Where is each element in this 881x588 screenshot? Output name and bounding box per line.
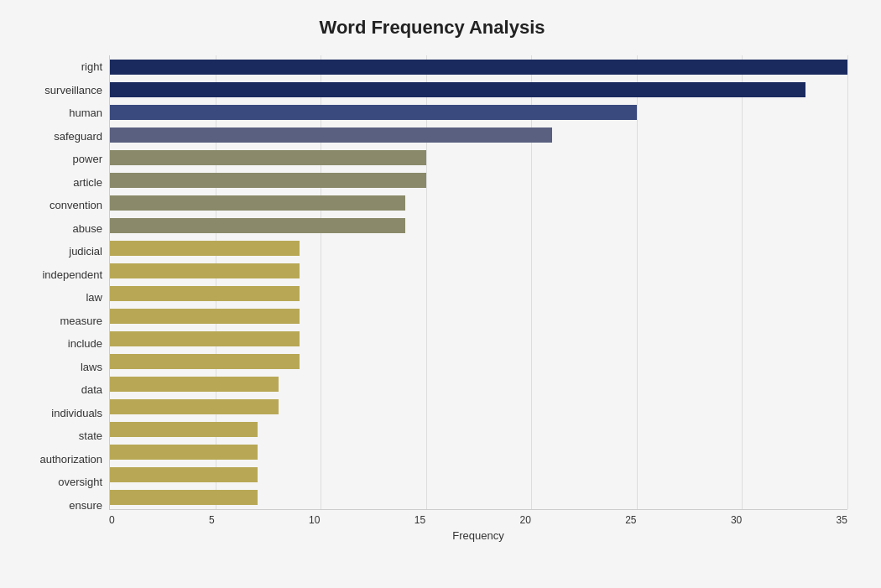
bar — [110, 263, 300, 278]
y-label: safeguard — [17, 131, 109, 142]
x-tick: 0 — [109, 514, 115, 526]
grid-line — [216, 55, 216, 509]
x-axis: 05101520253035 — [109, 510, 847, 526]
y-label: right — [17, 61, 109, 72]
bar-row — [110, 443, 847, 461]
plot-area: 05101520253035 Frequency — [109, 55, 847, 542]
bar-row — [110, 398, 847, 416]
bar — [110, 354, 300, 369]
bar-row — [110, 58, 847, 76]
bar — [110, 218, 405, 233]
y-label: abuse — [17, 223, 109, 234]
y-label: ensure — [17, 500, 109, 511]
y-label: laws — [17, 362, 109, 372]
bar — [110, 195, 405, 211]
x-tick: 25 — [625, 514, 636, 526]
bar-row — [110, 420, 847, 439]
bar-row — [110, 148, 847, 167]
bar-row — [110, 126, 847, 144]
y-label: include — [17, 338, 109, 349]
bar-row — [110, 81, 847, 99]
bar-row — [110, 466, 847, 484]
bar-row — [110, 216, 847, 235]
bar-row — [110, 375, 847, 393]
bar-row — [110, 239, 847, 258]
bar — [110, 331, 300, 346]
bar-row — [110, 330, 847, 348]
y-label: law — [17, 292, 109, 303]
bar-row — [110, 103, 847, 122]
y-label: judicial — [17, 246, 109, 257]
bar — [110, 173, 426, 188]
chart-container: Word Frequency Analysis rightsurveillanc… — [0, 0, 881, 588]
bar — [110, 399, 279, 414]
bar-row — [110, 194, 847, 212]
x-tick: 5 — [209, 514, 215, 526]
grid-line — [637, 55, 638, 509]
bar — [110, 490, 258, 505]
grid-line — [426, 55, 427, 509]
bar — [110, 445, 258, 460]
y-labels: rightsurveillancehumansafeguardpowerarti… — [17, 55, 109, 542]
x-tick: 35 — [837, 514, 847, 526]
grid-line — [847, 55, 848, 509]
y-label: article — [17, 177, 109, 188]
y-label: convention — [17, 200, 109, 211]
bar — [110, 422, 258, 437]
x-tick: 10 — [309, 514, 320, 526]
bar — [110, 377, 279, 392]
bar — [110, 309, 300, 324]
x-tick: 30 — [731, 514, 742, 526]
bar-row — [110, 488, 847, 507]
bar — [110, 241, 300, 256]
chart-title: Word Frequency Analysis — [17, 17, 847, 39]
y-label: individuals — [17, 408, 109, 419]
y-label: measure — [17, 315, 109, 326]
bar — [110, 150, 426, 165]
bar — [110, 467, 258, 482]
x-tick: 20 — [519, 514, 530, 526]
y-label: oversight — [17, 476, 109, 487]
bar-row — [110, 171, 847, 190]
bars-wrapper — [109, 55, 847, 510]
bar — [110, 105, 637, 120]
y-label: surveillance — [17, 85, 109, 96]
y-label: human — [17, 107, 109, 118]
y-label: authorization — [17, 454, 109, 465]
bar-row — [110, 307, 847, 325]
bar-row — [110, 352, 847, 371]
y-label: state — [17, 430, 109, 441]
chart-area: rightsurveillancehumansafeguardpowerarti… — [17, 55, 847, 542]
bar — [110, 286, 300, 301]
bar-row — [110, 284, 847, 303]
grid-line — [742, 55, 743, 509]
bar — [110, 82, 805, 97]
bar-row — [110, 262, 847, 280]
y-label: data — [17, 384, 109, 395]
grid-line — [531, 55, 532, 509]
y-label: power — [17, 154, 109, 164]
x-axis-label: Frequency — [109, 529, 847, 542]
grid-line — [321, 55, 321, 509]
bar — [110, 60, 847, 75]
x-tick: 15 — [414, 514, 425, 526]
bar — [110, 127, 552, 143]
grid-line — [110, 55, 111, 509]
y-label: independent — [17, 269, 109, 280]
